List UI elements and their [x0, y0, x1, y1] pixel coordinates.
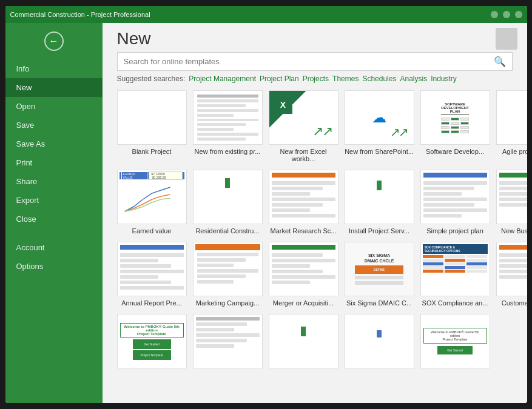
app-window: Commercial Construction - Project Profes…	[5, 6, 527, 403]
template-residential[interactable]: Residential Constru...	[193, 170, 263, 234]
template-thumb-excel: X ↗ ↗	[269, 90, 338, 145]
sidebar-item-export[interactable]: Export	[5, 191, 103, 210]
template-blank[interactable]: Blank Project	[117, 90, 187, 162]
templates-grid: Blank Project	[117, 90, 517, 371]
suggested-link-themes[interactable]: Themes	[332, 75, 359, 83]
back-icon: ←	[49, 36, 59, 47]
suggested-link-pm[interactable]: Project Management	[189, 75, 256, 83]
template-sharepoint[interactable]: ☁ ↗ ↗ New from SharePoint...	[345, 90, 414, 162]
suggested-label: Suggested searches:	[117, 75, 186, 83]
avatar	[496, 28, 517, 50]
sidebar-item-share[interactable]: Share	[5, 172, 103, 191]
sidebar-nav: Info New Open Save Save As Print Share E…	[5, 59, 103, 228]
template-thumb-annual-report	[117, 242, 187, 296]
template-row4-5[interactable]: Welcome to PMBOK® Guide 5th editionProje…	[420, 314, 490, 371]
template-customer-service[interactable]: Customer Service...	[496, 242, 527, 307]
template-earned-value[interactable]: EARNED VALUE $7,720.00 -$1,230.00	[117, 170, 187, 234]
minimize-button[interactable]	[491, 11, 498, 18]
suggested-link-industry[interactable]: Industry	[431, 75, 457, 83]
template-thumb-simple-plan	[420, 170, 490, 224]
template-label-install-project: Install Project Serv...	[349, 227, 409, 234]
template-row4-4[interactable]	[345, 314, 414, 371]
sidebar-item-options[interactable]: Options	[5, 257, 103, 276]
sidebar-item-save-as[interactable]: Save As	[5, 135, 103, 153]
template-six-sigma[interactable]: SIX SIGMADMAIC CYCLE DEFINE Six Sigma DM…	[345, 242, 414, 307]
template-thumb-row4-4	[345, 314, 414, 368]
template-thumb-residential	[193, 170, 263, 224]
template-thumb-six-sigma: SIX SIGMADMAIC CYCLE DEFINE	[345, 242, 414, 296]
template-thumb-existing	[193, 90, 263, 145]
template-thumb-row4-5: Welcome to PMBOK® Guide 5th editionProje…	[420, 314, 490, 368]
template-pmbok[interactable]: Welcome to PMBOK® Guide 5th editionProje…	[117, 314, 187, 371]
main-content: New 🔍 Suggested searches: Project Manage…	[103, 23, 527, 403]
back-button-container: ←	[5, 23, 103, 59]
template-sox-compliance[interactable]: SOX COMPLIANCE &TECHNOLOGY OPTIONS	[420, 242, 490, 307]
template-thumb-marketing-campaign	[193, 242, 263, 296]
template-label-annual-report: Annual Report Pre...	[121, 299, 182, 307]
template-install-project[interactable]: Install Project Serv...	[345, 170, 414, 234]
template-marketing-campaign[interactable]: Marketing Campaig...	[193, 242, 263, 307]
sidebar-item-print[interactable]: Print	[5, 153, 103, 172]
template-thumb-sox-compliance: SOX COMPLIANCE &TECHNOLOGY OPTIONS	[420, 242, 490, 296]
template-new-business[interactable]: New Business Pla...	[496, 170, 527, 234]
template-simple-plan[interactable]: Simple project plan	[420, 170, 490, 234]
sidebar-item-close[interactable]: Close	[5, 210, 103, 228]
template-row4-2[interactable]	[193, 314, 263, 371]
page-title: New	[117, 29, 151, 48]
suggested-link-sched[interactable]: Schedules	[362, 75, 396, 83]
template-thumb-market-research	[269, 170, 338, 224]
template-software-dev[interactable]: SOFTWAREDEVELOPMENTPLAN Software Develop…	[420, 90, 490, 162]
title-bar-controls	[491, 11, 522, 18]
template-label-residential: Residential Constru...	[195, 227, 259, 234]
maximize-button[interactable]	[503, 11, 510, 18]
template-thumb-software-dev: SOFTWAREDEVELOPMENTPLAN	[420, 90, 490, 145]
title-bar: Commercial Construction - Project Profes…	[5, 6, 527, 23]
template-market-research[interactable]: Market Research Sc...	[269, 170, 338, 234]
suggested-link-proj[interactable]: Projects	[303, 75, 329, 83]
template-label-marketing-campaign: Marketing Campaig...	[196, 299, 260, 307]
title-bar-text: Commercial Construction - Project Profes…	[10, 11, 150, 18]
suggested-link-analysis[interactable]: Analysis	[400, 75, 427, 83]
suggested-searches: Suggested searches: Project Management P…	[103, 75, 527, 88]
template-annual-report[interactable]: Annual Report Pre...	[117, 242, 187, 307]
search-bar: 🔍	[117, 52, 513, 71]
template-merger[interactable]: Merger or Acquisiti...	[269, 242, 338, 307]
sidebar-divider	[5, 228, 103, 238]
template-label-sharepoint: New from SharePoint...	[345, 148, 414, 155]
sidebar-item-open[interactable]: Open	[5, 97, 103, 116]
template-label-new-business: New Business Pla...	[501, 227, 527, 234]
template-thumb-install-project	[345, 170, 414, 224]
template-label-sox-compliance: SOX Compliance an...	[422, 299, 488, 307]
template-label-merger: Merger or Acquisiti...	[273, 299, 334, 307]
template-thumb-row4-2	[193, 314, 263, 368]
template-label-customer-service: Customer Service...	[502, 299, 527, 307]
sidebar-item-new[interactable]: New	[5, 78, 103, 97]
template-existing[interactable]: New from existing pr...	[193, 90, 263, 162]
template-thumb-new-business	[496, 170, 527, 224]
template-thumb-agile	[496, 90, 527, 145]
app-body: ← Info New Open Save Save As Print Share…	[5, 23, 527, 403]
template-label-agile: Agile project man...	[502, 148, 527, 155]
sidebar-item-account[interactable]: Account	[5, 238, 103, 257]
template-label-market-research: Market Research Sc...	[271, 227, 337, 234]
sidebar: ← Info New Open Save Save As Print Share…	[5, 23, 103, 403]
search-icon: 🔍	[494, 56, 506, 67]
template-excel[interactable]: X ↗ ↗ New from Excel workb...	[269, 90, 338, 162]
template-thumb-blank	[117, 90, 187, 145]
template-agile[interactable]: Agile project man...	[496, 90, 527, 162]
suggested-link-pp[interactable]: Project Plan	[260, 75, 299, 83]
template-thumb-sharepoint: ☁ ↗ ↗	[345, 90, 414, 145]
template-label-existing: New from existing pr...	[195, 148, 261, 155]
search-input[interactable]	[124, 57, 494, 66]
templates-scroll[interactable]: Blank Project	[103, 88, 527, 403]
template-row4-3[interactable]	[269, 314, 338, 371]
template-thumb-row4-3	[269, 314, 338, 368]
template-label-software-dev: Software Develop...	[426, 148, 484, 155]
template-label-excel: New from Excel workb...	[269, 148, 338, 162]
template-label-earned-value: Earned value	[132, 227, 172, 234]
close-button[interactable]	[515, 11, 522, 18]
sidebar-item-info[interactable]: Info	[5, 59, 103, 78]
template-thumb-earned-value: EARNED VALUE $7,720.00 -$1,230.00	[117, 170, 187, 224]
sidebar-item-save[interactable]: Save	[5, 116, 103, 135]
back-button[interactable]: ←	[44, 32, 64, 51]
